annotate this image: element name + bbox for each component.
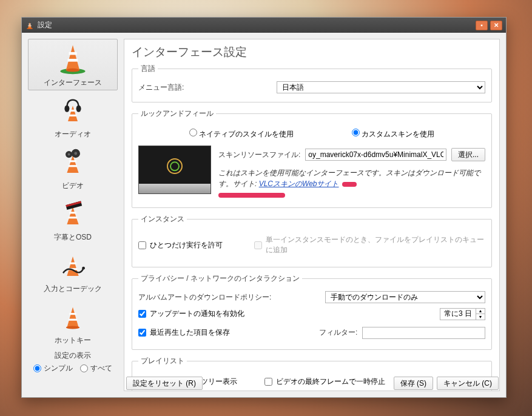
skin-file-input[interactable]	[305, 149, 446, 161]
view-all-radio[interactable]: すべて	[80, 363, 112, 374]
albumart-select[interactable]: 手動でのダウンロードのみ	[325, 291, 485, 303]
svg-rect-18	[69, 216, 77, 218]
svg-point-2	[27, 27, 33, 29]
category-list: インターフェース オーディオ ビデオ	[28, 39, 118, 348]
svg-rect-25	[69, 318, 77, 320]
svg-point-9	[64, 105, 69, 112]
footer-buttons: 設定をリセット (R) 保存 (S) キャンセル (C)	[126, 377, 499, 390]
cancel-button[interactable]: キャンセル (C)	[437, 377, 499, 390]
sidebar-item-label: インターフェース	[44, 78, 102, 88]
headphones-cone-icon	[58, 93, 87, 127]
svg-rect-7	[70, 109, 76, 111]
update-notify-checkbox[interactable]: アップデートの通知を有効化	[138, 309, 435, 319]
sidebar-item-label: ビデオ	[62, 181, 84, 191]
sidebar-item-label: オーディオ	[55, 129, 91, 139]
view-toggle-label: 設定の表示	[28, 351, 118, 361]
filter-label: フィルター:	[319, 327, 357, 338]
privacy-group: プライバシー / ネットワークのインタラクション アルバムアートのダウンロードポ…	[132, 273, 492, 350]
content-area: インターフェース オーディオ ビデオ	[22, 33, 506, 397]
save-recent-checkbox[interactable]: 最近再生した項目を保存	[138, 327, 314, 338]
svg-rect-8	[69, 114, 77, 116]
sidebar-item-codec[interactable]: 入力とコーデック	[28, 245, 118, 297]
instance-legend: インスタンス	[138, 214, 187, 224]
reset-button[interactable]: 設定をリセット (R)	[126, 377, 203, 390]
svg-rect-0	[29, 24, 31, 24]
spin-up-button[interactable]: ▲	[476, 309, 485, 314]
sidebar: インターフェース オーディオ ビデオ	[28, 39, 118, 391]
sidebar-item-hotkeys[interactable]: ホットキー	[28, 297, 118, 348]
menu-language-label: メニュー言語:	[138, 82, 272, 93]
look-legend: ルックアンドフィール	[138, 109, 216, 119]
redaction-marker	[342, 182, 357, 187]
single-instance-checkbox[interactable]: ひとつだけ実行を許可	[138, 240, 249, 250]
language-group: 言語 メニュー言語: 日本語	[132, 64, 492, 102]
svg-point-6	[66, 68, 79, 72]
minimize-button[interactable]: ▪	[476, 21, 488, 30]
skin-info-text: これはスキンを使用可能なインターフェースです。スキンはダウンロード可能です。サイ…	[218, 167, 485, 189]
look-and-feel-group: ルックアンドフィール ネイティブのスタイルを使用 カスタムスキンを使用 スキンリ…	[132, 109, 492, 208]
svg-rect-24	[69, 313, 76, 315]
app-icon	[25, 21, 34, 30]
view-simple-radio[interactable]: シンプル	[33, 363, 73, 374]
custom-skin-radio[interactable]: カスタムスキンを使用	[352, 129, 434, 139]
cone-icon	[58, 300, 87, 334]
sidebar-item-label: ホットキー	[55, 335, 91, 346]
menu-language-select[interactable]: 日本語	[277, 81, 485, 93]
svg-rect-1	[28, 25, 31, 26]
svg-rect-17	[69, 212, 76, 213]
choose-skin-button[interactable]: 選択...	[451, 148, 485, 161]
native-style-radio[interactable]: ネイティブのスタイルを使用	[189, 129, 294, 139]
enqueue-checkbox: 単一インスタンスモードのとき、ファイルをプレイリストのキューに追加	[254, 235, 485, 255]
main-panel: インターフェース設定 言語 メニュー言語: 日本語 ルックアンドフィール ネイテ…	[124, 39, 500, 391]
sidebar-item-interface[interactable]: インターフェース	[28, 39, 118, 90]
sidebar-item-video[interactable]: ビデオ	[28, 142, 118, 193]
spin-down-button[interactable]: ▼	[476, 314, 485, 320]
filter-input[interactable]	[362, 327, 485, 339]
redaction-marker	[218, 193, 285, 198]
sidebar-item-subtitles[interactable]: 字幕とOSD	[28, 193, 118, 245]
skin-preview	[138, 146, 211, 194]
svg-point-15	[74, 152, 77, 155]
sidebar-item-label: 字幕とOSD	[54, 232, 92, 243]
window-title: 設定	[38, 20, 473, 30]
view-toggle: 設定の表示 シンプル すべて	[28, 351, 118, 376]
albumart-label: アルバムアートのダウンロードポリシー:	[138, 292, 320, 303]
svg-point-16	[68, 153, 70, 155]
instance-group: インスタンス ひとつだけ実行を許可 単一インスタンスモードのとき、ファイルをプレ…	[132, 214, 492, 267]
close-button[interactable]: ✕	[490, 21, 502, 30]
cable-cone-icon	[58, 248, 87, 282]
svg-rect-12	[69, 165, 77, 167]
svg-rect-21	[69, 262, 76, 264]
titlebar: 設定 ▪ ✕	[22, 18, 506, 33]
svg-rect-11	[69, 160, 76, 162]
vlc-skins-link[interactable]: VLCスキンのWebサイト	[259, 179, 339, 188]
svg-point-10	[76, 105, 81, 112]
page-title: インターフェース設定	[132, 44, 492, 60]
cone-icon	[56, 42, 90, 76]
svg-rect-5	[68, 59, 78, 62]
clapper-cone-icon	[58, 196, 87, 230]
svg-point-26	[66, 326, 79, 329]
sidebar-item-audio[interactable]: オーディオ	[28, 90, 118, 142]
settings-window: 設定 ▪ ✕ インターフェース オーディオ	[21, 17, 507, 398]
svg-point-23	[82, 266, 85, 269]
sidebar-item-label: 入力とコーデック	[44, 284, 102, 294]
playlist-legend: プレイリスト	[138, 356, 187, 366]
update-frequency-value: 常に3 日	[440, 309, 476, 319]
privacy-legend: プライバシー / ネットワークのインタラクション	[138, 273, 302, 284]
film-cone-icon	[58, 145, 87, 179]
language-legend: 言語	[138, 64, 158, 74]
skin-file-label: スキンリソースファイル:	[218, 150, 300, 160]
save-button[interactable]: 保存 (S)	[394, 377, 433, 390]
svg-rect-4	[69, 52, 76, 55]
